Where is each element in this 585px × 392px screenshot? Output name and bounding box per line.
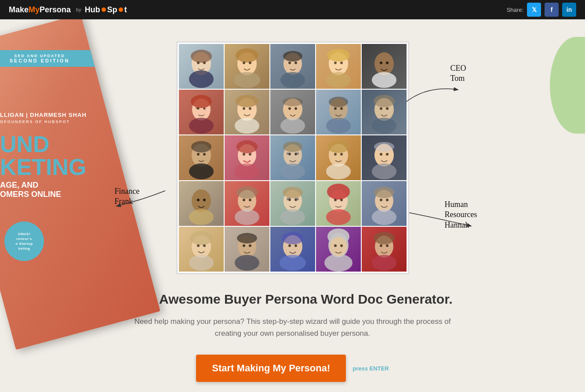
book-cofounders: OFOUNDERS OF HUBSPOT <box>0 120 101 124</box>
svg-point-79 <box>197 199 200 201</box>
person-face-6 <box>179 90 224 134</box>
svg-point-82 <box>235 209 259 225</box>
brand-name: MakeMyPersona <box>9 5 71 15</box>
person-cell-15 <box>362 135 407 180</box>
person-cell-12 <box>225 135 269 180</box>
person-face-2 <box>225 44 269 89</box>
share-label: Share: <box>507 7 523 13</box>
svg-point-115 <box>282 232 304 244</box>
svg-point-69 <box>327 141 349 153</box>
svg-point-53 <box>197 153 200 156</box>
start-persona-button[interactable]: Start Making My Persona! <box>196 355 346 382</box>
svg-point-77 <box>192 189 211 212</box>
person-cell-9 <box>316 90 361 134</box>
book-ribbon-bottom: SECOND EDITION <box>0 58 110 63</box>
book-inner: SED AND UPDATED SECOND EDITION LLIGAN | … <box>0 15 114 323</box>
svg-point-111 <box>243 244 245 247</box>
twitter-share-button[interactable]: 𝕏 <box>527 3 541 17</box>
person-face-1 <box>179 44 224 89</box>
svg-point-78 <box>189 209 214 225</box>
person-face-12 <box>225 135 269 180</box>
person-face-16 <box>179 181 224 226</box>
main-title: The Awesome Buyer Persona Word Doc Gener… <box>133 292 453 307</box>
svg-point-101 <box>380 199 382 201</box>
svg-point-32 <box>236 95 258 107</box>
person-face-18 <box>270 181 315 226</box>
svg-point-57 <box>236 140 258 153</box>
svg-point-54 <box>203 153 206 156</box>
svg-point-25 <box>189 118 214 134</box>
book-title-line1: UND <box>0 133 101 156</box>
person-face-10 <box>362 90 407 134</box>
svg-point-1 <box>189 70 214 88</box>
person-face-17 <box>225 181 269 226</box>
svg-point-73 <box>372 163 396 179</box>
book-title-line4: OMERS ONLINE <box>0 190 101 199</box>
book-title: UND KETING AGE, AND OMERS ONLINE <box>0 133 101 199</box>
svg-point-102 <box>386 199 389 201</box>
facebook-share-button[interactable]: f <box>545 3 559 17</box>
annotation-finance: FinanceFrank <box>115 186 140 207</box>
hubspot-text3: t <box>124 5 127 15</box>
person-cell-10 <box>362 90 407 134</box>
person-cell-25 <box>362 227 407 272</box>
svg-point-33 <box>243 107 245 110</box>
text-section: The Awesome Buyer Persona Word Doc Gener… <box>133 292 453 339</box>
person-cell-1 <box>179 44 224 89</box>
svg-point-114 <box>280 255 306 271</box>
svg-point-6 <box>234 72 260 88</box>
svg-point-41 <box>326 118 351 134</box>
svg-point-70 <box>334 153 337 156</box>
svg-point-3 <box>197 62 200 64</box>
svg-point-52 <box>191 141 211 152</box>
book-ribbon: SED AND UPDATED SECOND EDITION <box>0 50 127 67</box>
svg-point-23 <box>386 62 389 64</box>
person-face-9 <box>316 90 361 134</box>
svg-point-99 <box>372 209 396 225</box>
svg-point-47 <box>374 95 395 107</box>
person-cell-22 <box>225 227 269 272</box>
person-cell-23 <box>270 227 315 272</box>
press-enter-key: ENTER <box>370 365 389 372</box>
person-face-19 <box>316 181 361 226</box>
hubspot-text2: Sp <box>107 5 117 15</box>
svg-point-37 <box>283 98 303 106</box>
svg-point-88 <box>283 187 303 198</box>
linkedin-share-button[interactable]: in <box>562 3 576 17</box>
press-enter-prefix: press <box>352 365 369 372</box>
svg-point-58 <box>243 153 245 156</box>
svg-point-16 <box>326 72 351 88</box>
svg-point-19 <box>340 62 343 64</box>
svg-point-26 <box>191 95 212 108</box>
svg-point-87 <box>280 209 305 225</box>
person-face-3 <box>270 44 315 89</box>
svg-point-7 <box>236 48 258 62</box>
svg-point-109 <box>235 255 259 271</box>
svg-point-95 <box>327 184 350 200</box>
person-face-23 <box>270 227 315 272</box>
photo-grid-container: CEOTom FinanceFrank HumanResourcesHannah <box>176 41 409 274</box>
svg-point-28 <box>197 108 199 110</box>
svg-point-84 <box>243 199 245 201</box>
svg-point-43 <box>334 107 337 110</box>
hubspot-dot2-icon <box>119 7 123 12</box>
svg-point-22 <box>380 62 382 64</box>
person-face-13 <box>270 135 315 180</box>
svg-point-29 <box>203 108 205 110</box>
svg-point-36 <box>280 118 305 134</box>
svg-point-112 <box>249 244 251 247</box>
person-cell-6 <box>179 90 224 134</box>
svg-point-110 <box>237 233 257 243</box>
svg-point-46 <box>372 118 396 134</box>
svg-point-105 <box>190 231 213 245</box>
person-cell-8 <box>270 90 315 134</box>
person-face-4 <box>316 44 361 89</box>
svg-point-11 <box>280 72 305 88</box>
main-content: SED AND UPDATED SECOND EDITION LLIGAN | … <box>0 19 585 392</box>
person-face-24 <box>316 227 361 272</box>
svg-point-116 <box>288 244 291 247</box>
person-face-14 <box>316 135 361 180</box>
book-authors: LLIGAN | DHARMESH SHAH OFOUNDERS OF HUBS… <box>0 112 101 124</box>
person-cell-3 <box>270 44 315 89</box>
svg-point-13 <box>288 62 291 64</box>
